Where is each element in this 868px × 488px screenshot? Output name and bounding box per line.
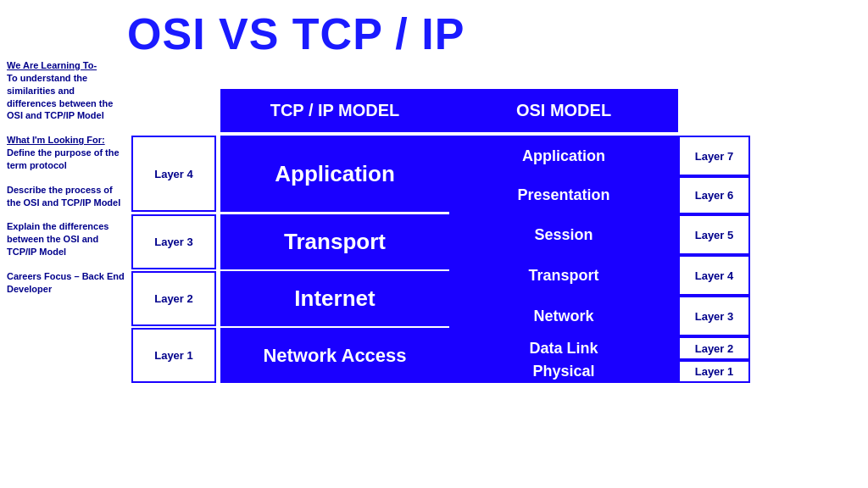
tcpip-row-network-access: Network Access (220, 328, 449, 383)
tcpip-layer-label-4: Layer 4 (131, 136, 216, 212)
sidebar-section-3: Describe the process of the OSI and TCP/… (7, 184, 125, 209)
sidebar-section-1: We Are Learning To- To understand the si… (7, 59, 125, 122)
sidebar-section-3-body: Describe the process of the OSI and TCP/… (7, 184, 125, 209)
osi-row-presentation: Presentation (449, 176, 678, 214)
sidebar-section-5: Careers Focus – Back End Developer (7, 270, 125, 296)
osi-layer-num-5: Layer 5 (678, 214, 750, 255)
sidebar-section-2-title: What I'm Looking For: (7, 134, 125, 147)
sidebar-section-2: What I'm Looking For: Define the purpose… (7, 134, 125, 172)
osi-row-application: Application (449, 136, 678, 176)
osi-layer-num-1: Layer 1 (678, 360, 750, 383)
osi-row-session: Session (449, 214, 678, 255)
osi-row-network: Network (449, 296, 678, 336)
tcpip-layer-label-3: Layer 3 (131, 214, 216, 269)
diagram: TCP / IP MODEL OSI MODEL Layer 4 Applica… (131, 89, 860, 471)
osi-layer-num-2: Layer 2 (678, 336, 750, 360)
sidebar-section-2-body: Define the purpose of the term protocol (7, 147, 125, 172)
page-title: OSI VS TCP / IP (127, 8, 465, 59)
osi-layer-num-3: Layer 3 (678, 296, 750, 336)
tcpip-layer-label-2: Layer 2 (131, 271, 216, 326)
tcpip-row-internet: Internet (220, 271, 449, 326)
osi-row-data-link: Data Link (449, 336, 678, 360)
sidebar-section-1-body: To understand the similarities and diffe… (7, 72, 125, 122)
sidebar: We Are Learning To- To understand the si… (7, 59, 125, 308)
tcpip-row-transport: Transport (220, 214, 449, 269)
osi-row-transport: Transport (449, 255, 678, 296)
tcpip-header: TCP / IP MODEL (220, 89, 449, 132)
sidebar-section-5-body: Careers Focus – Back End Developer (7, 270, 125, 296)
osi-layer-num-4: Layer 4 (678, 255, 750, 296)
sidebar-section-1-title: We Are Learning To- (7, 59, 125, 72)
tcpip-layer-label-1: Layer 1 (131, 328, 216, 383)
osi-row-physical: Physical (449, 360, 678, 383)
osi-layer-num-7: Layer 7 (678, 136, 750, 176)
sidebar-section-4: Explain the differences between the OSI … (7, 220, 125, 258)
sidebar-section-4-body: Explain the differences between the OSI … (7, 220, 125, 258)
tcpip-row-application: Application (220, 136, 449, 212)
osi-layer-num-6: Layer 6 (678, 176, 750, 214)
osi-header: OSI MODEL (449, 89, 678, 132)
